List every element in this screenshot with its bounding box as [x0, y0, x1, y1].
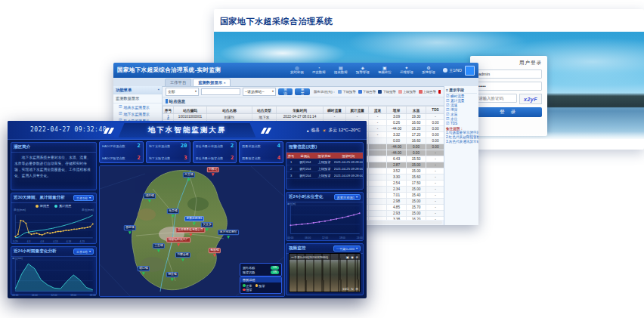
map-marker[interactable]: 刘家圪: [207, 167, 219, 178]
table-cell: 0.00: [426, 120, 444, 126]
tab-close-icon[interactable]: ×: [224, 82, 225, 85]
map-marker[interactable]: 三交镇: [153, 243, 165, 254]
nav-label: 运维管理: [400, 70, 413, 74]
table-cell: -: [426, 211, 444, 217]
login-button[interactable]: 登 录: [475, 107, 542, 117]
color-legend-item: 下限预警: [338, 90, 356, 94]
snapshot-icon[interactable]: ▣: [346, 255, 349, 259]
column-header[interactable]: 站点名称: [207, 107, 252, 114]
column-header[interactable]: 瞬时流量: [324, 107, 346, 114]
nav-item[interactable]: ◈ 预警管理: [351, 66, 373, 74]
map-legend: 图例说明 正常 预警: [240, 276, 282, 295]
nav-item[interactable]: ◔ 历史数据: [308, 66, 330, 74]
sidebar-item[interactable]: ☑ 地表水监测显示: [113, 103, 162, 110]
marker-pin-icon: [193, 222, 196, 227]
column-header[interactable]: 站点编码: [174, 107, 207, 114]
user-menu[interactable]: 王1/NO: [443, 68, 462, 73]
toggle-switch[interactable]: ON: [271, 270, 279, 274]
rain30-station-select[interactable]: 工作1站 ▾: [73, 195, 94, 201]
map-marker[interactable]: 锦圆福利饮水厂: [166, 237, 190, 248]
tab-workbench[interactable]: 工作平台: [165, 79, 191, 86]
nav-item[interactable]: ◎ 实时监测: [286, 66, 308, 74]
kpi-label: 管道流量计监测点数: [196, 144, 224, 148]
map-marker[interactable]: 刘家会镇: [175, 252, 190, 263]
rain24-station-select[interactable]: 工作1站 ▾: [73, 249, 94, 255]
water-level-station-select[interactable]: 苏家庄观测1 ▾: [334, 194, 361, 200]
table-cell: 2.87: [387, 162, 407, 168]
alarm-column-header: 序号: [286, 153, 296, 159]
sidebar-item[interactable]: ☑ 地下水监测显示: [113, 110, 162, 117]
map-marker[interactable]: 曲峪镇: [124, 225, 136, 236]
column-header[interactable]: 水温: [407, 107, 426, 114]
table-cell: [369, 174, 387, 181]
video-panel: 视频监控 一干渠0+000 ▾ 一干渠0+000(20200329060) ▣ …: [286, 243, 364, 295]
type-select[interactable]: 全部 ▾: [166, 88, 199, 96]
field-checkbox-item[interactable]: ☑ TDS: [446, 121, 477, 125]
table-cell: 2022-04-27 08:01:14: [277, 114, 324, 120]
keyword-input[interactable]: [201, 88, 240, 95]
video-channel-select[interactable]: 一干渠0+000 ▾: [333, 245, 361, 252]
nav-item[interactable]: ▤ 报表数据: [330, 66, 351, 74]
record-icon[interactable]: ◉: [351, 255, 354, 259]
column-header[interactable]: 序号: [163, 107, 174, 114]
captcha-input[interactable]: [475, 94, 517, 103]
station-select[interactable]: --请选择站-- ▾: [243, 88, 276, 96]
alarm-row[interactable]: 2测站204上限预警2021-04-25 09:28:00: [286, 165, 363, 172]
nav-item[interactable]: ✦ 运维管理: [395, 66, 417, 74]
chevron-down-icon: ▾: [195, 90, 197, 93]
zoom-in-icon[interactable]: ⊕: [355, 255, 358, 259]
column-header[interactable]: TDS: [426, 107, 444, 114]
column-header[interactable]: 站点类型: [252, 107, 277, 114]
tab-monitor-data[interactable]: 监测数据显示 ×: [193, 79, 231, 86]
skin-button[interactable]: [465, 66, 475, 76]
map-marker[interactable]: 招贤镇: [166, 272, 178, 282]
map-marker[interactable]: 白文镇: [183, 172, 195, 183]
table-cell: -: [426, 150, 444, 156]
sidebar-group[interactable]: 监测数据显示: [113, 94, 162, 103]
checkbox-icon[interactable]: ☑: [446, 122, 449, 125]
toggle-switch[interactable]: ON: [271, 266, 279, 270]
unit-left-label: 单位(mm): [14, 208, 26, 211]
dashboard-title: 地下水智能监测大屏: [119, 123, 256, 137]
map-marker[interactable]: 兔坂镇: [209, 248, 221, 258]
map-marker[interactable]: 安业乡: [201, 222, 213, 233]
map-container[interactable]: 白文镇 刘家圪 城庄镇 曲峪镇: [99, 165, 285, 297]
nav-item[interactable]: ▣ 视频监控: [373, 66, 395, 74]
checkbox-icon[interactable]: ☑: [119, 112, 122, 116]
map-marker[interactable]: 临泉镇: [167, 208, 179, 219]
search-button[interactable]: 查询: [278, 88, 293, 95]
marker-label: 锦圆福利饮水厂: [166, 237, 190, 242]
map-marker[interactable]: 碛口镇: [138, 266, 150, 276]
fields-panel-title: 显示字段: [449, 88, 464, 92]
map-marker[interactable]: 城庄镇: [144, 193, 156, 204]
column-header[interactable]: 埋深: [387, 107, 407, 114]
alarm-row[interactable]: 1测站204上限预警2021-04-25 09:28:00: [286, 159, 363, 165]
video-feed[interactable]: 一干渠0+000(20200329060) ▣ ◉ ⊕ 16倍 ↻ ⊡: [289, 253, 361, 292]
table-cell: -: [369, 126, 387, 132]
username-field[interactable]: [475, 69, 542, 79]
reset-button[interactable]: 重置: [295, 88, 309, 95]
table-cell: 15.00: [407, 199, 426, 205]
table-cell: 地下水: [252, 114, 277, 120]
column-header[interactable]: 采集时间: [277, 107, 324, 114]
map-legend-item: 正常: [243, 284, 252, 288]
table-cell: 16.60: [407, 138, 426, 144]
column-header[interactable]: 累计流量: [346, 107, 369, 114]
column-header[interactable]: 流速: [369, 107, 387, 114]
color-legend-item: 上限告警: [419, 90, 437, 94]
nav-item[interactable]: ⚙ 系统管理: [417, 66, 439, 74]
table-cell: 17.50: [407, 181, 426, 187]
station-table-row[interactable]: 1100101000001刘家圪地下水2022-04-27 08:01:14--…: [163, 114, 444, 120]
svg-text:单位(mm): 单位(mm): [12, 257, 23, 260]
alarm-row[interactable]: 3测站204上限预警2021-04-09 09:28:00: [286, 172, 363, 179]
alarm-cell: 1: [286, 159, 296, 165]
checkbox-icon[interactable]: ☑: [119, 105, 122, 109]
svg-text:12:00: 12:00: [51, 294, 57, 297]
video-panel-title: 视频监控: [289, 245, 305, 252]
captcha-image[interactable]: x2yF: [519, 94, 542, 104]
password-field[interactable]: [475, 82, 542, 91]
fullscreen-icon[interactable]: ⊡: [355, 287, 358, 291]
collapse-icon[interactable]: «: [158, 88, 159, 91]
map-marker[interactable]: 湫水河监测站: [218, 230, 239, 240]
rotate-icon[interactable]: ↻: [351, 287, 354, 291]
